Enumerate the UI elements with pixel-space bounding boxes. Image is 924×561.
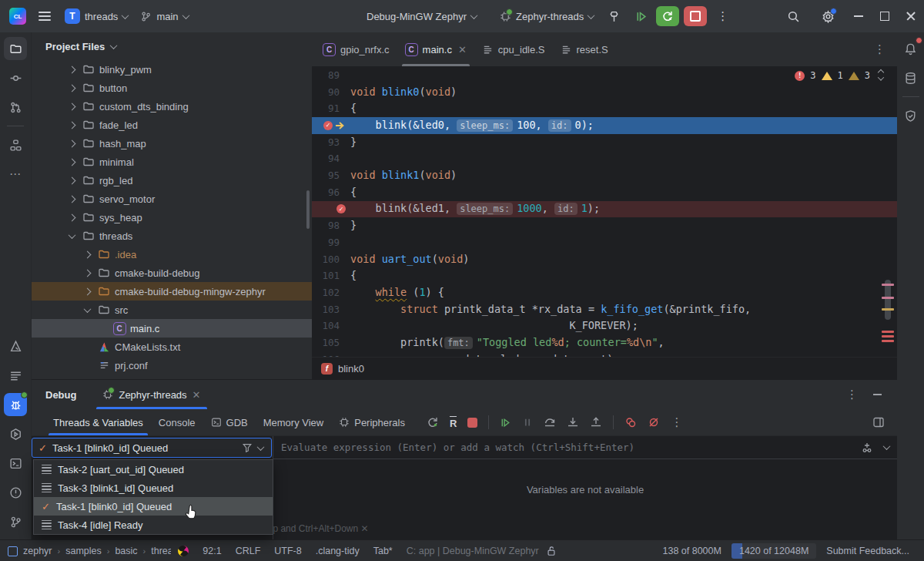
hide-panel-icon[interactable] [873,394,882,395]
tree-item-hash-map[interactable]: hash_map [32,134,312,153]
tree-item-servo-motor[interactable]: servo_motor [32,190,312,208]
debug-resume-icon[interactable] [634,10,648,23]
chevron-right-icon[interactable] [65,197,78,202]
debugger-tab-peripherals[interactable]: Peripherals [331,409,413,435]
chevron-right-icon[interactable] [65,215,78,220]
breadcrumb[interactable]: blink0 [338,363,364,375]
breakpoint-icon[interactable]: ✓ [336,204,346,213]
heap-indicator[interactable]: 138 of 8000M [655,546,728,556]
database-tool-icon[interactable] [899,66,922,89]
resume-icon[interactable] [500,417,511,428]
chevron-right-icon[interactable] [65,123,78,128]
chevron-down-icon[interactable] [883,442,891,450]
chevron-right-icon[interactable] [65,141,78,146]
scroll-mark[interactable] [882,340,894,342]
problems-tool-icon[interactable] [4,481,27,504]
commit-tool-icon[interactable] [4,66,27,89]
stop-icon[interactable] [467,418,477,428]
debug-tool-icon[interactable] [4,393,27,416]
thread-item-task-1-blink0-id-queued[interactable]: ✓Task-1 [blink0_id] Queued [34,497,273,516]
debugger-tab-threads-variables[interactable]: Threads & Variables [45,409,151,435]
minimize-button[interactable] [845,0,872,32]
evaluate-expression-bar[interactable]: Evaluate expression (Enter) or add a wat… [273,436,897,459]
close-icon[interactable]: ✕ [192,389,201,401]
tree-item-minimal[interactable]: minimal [32,153,312,171]
indent-widget[interactable]: Tab* [367,546,400,556]
chevron-right-icon[interactable] [65,67,78,72]
editor-tab-cpu-idle-s[interactable]: cpu_idle.S [474,32,553,66]
breakpoint-icon[interactable]: ✓ [323,121,333,130]
memory-indicator[interactable]: 1420 of 12048M [732,543,816,559]
chevron-right-icon[interactable] [81,270,93,276]
thread-item-task-3-blink1-id-queued[interactable]: Task-3 [blink1_id] Queued [34,479,273,497]
tree-scrollbar[interactable] [306,190,310,229]
rerun-tests-icon[interactable]: R [450,416,457,429]
add-watch-icon[interactable] [861,442,873,454]
caret-position[interactable]: 92:1 [196,546,228,556]
scroll-mark[interactable] [882,284,894,286]
cmake-tool-icon[interactable] [4,334,27,358]
tree-item-src[interactable]: src [32,301,312,319]
chevron-right-icon[interactable] [65,178,78,183]
tree-item-threads[interactable]: threads [32,227,312,245]
code-editor[interactable]: 8990void blink0(void)91{✓ blink(&led0, s… [312,67,897,357]
more-icon[interactable]: ⋮ [671,415,682,429]
close-button[interactable] [898,0,924,32]
view-breakpoints-icon[interactable] [624,416,637,428]
tree-item-idea[interactable]: .idea [32,245,312,264]
file-encoding[interactable]: UTF-8 [267,546,308,556]
chevron-right-icon[interactable] [81,252,93,257]
project-tool-icon[interactable] [4,37,27,60]
status-crumb-zephyr[interactable]: zephyr [23,546,52,556]
tree-item-blinky-pwm[interactable]: blinky_pwm [32,60,312,79]
thread-item-task-4-idle-ready[interactable]: Task-4 [idle] Ready [34,516,273,534]
maximize-button[interactable] [872,0,898,32]
pull-requests-tool-icon[interactable] [4,96,27,119]
more-tools-icon[interactable]: ⋯ [4,163,27,186]
clang-tidy-widget[interactable]: .clang-tidy [309,546,367,556]
debug-session-tab[interactable]: Zephyr-threads ✕ [96,380,206,409]
settings-gear-icon[interactable] [822,10,835,23]
resolve-context[interactable]: C: app | Debug-MinGW Zephyr [400,546,546,556]
pause-icon[interactable] [522,417,533,428]
stop-button[interactable] [684,6,707,26]
debugger-tab-console[interactable]: Console [151,409,203,435]
inspection-nav-icons[interactable] [879,70,883,81]
mute-breakpoints-icon[interactable] [648,416,660,428]
status-breadcrumbs[interactable]: zephyr›samples›basic›threads [0,546,171,556]
build-hammer-icon[interactable] [608,10,621,23]
line-separator[interactable]: CRLF [229,546,268,556]
chevron-right-icon[interactable] [65,104,78,109]
rerun-icon[interactable] [427,416,439,428]
layout-settings-icon[interactable] [872,416,885,428]
chevron-down-icon[interactable] [65,233,78,239]
services-tool-icon[interactable] [4,422,27,445]
gutter-97[interactable]: ✓ [312,204,350,213]
scroll-mark[interactable] [882,331,894,333]
step-into-icon[interactable] [567,416,579,428]
scroll-mark[interactable] [882,297,894,299]
filter-funnel-icon[interactable] [242,442,253,453]
submit-feedback-link[interactable]: Submit Feedback... [819,546,916,556]
step-out-icon[interactable] [590,416,602,428]
chevron-right-icon[interactable] [65,86,78,91]
notifications-bell-icon[interactable] [899,37,922,60]
chevron-down-icon[interactable] [81,307,93,313]
step-over-icon[interactable] [544,416,556,428]
unlocked-padlock-icon[interactable] [546,546,557,556]
tree-item-prj-conf[interactable]: prj.conf [32,356,312,375]
thread-item-task-2-uart-out-id-queued[interactable]: Task-2 [uart_out_id] Queued [34,460,273,479]
vcs-branch-widget[interactable]: main [134,5,194,27]
editor-tab-main-c[interactable]: Cmain.c✕ [397,32,474,66]
scroll-mark[interactable] [882,308,894,311]
debugger-tab-gdb[interactable]: GDB [203,409,256,435]
tree-item-cmake-build-debug[interactable]: cmake-build-debug [32,264,312,282]
structure-tool-icon[interactable] [4,133,27,156]
more-actions-icon[interactable]: ⋮ [717,9,729,23]
status-crumb-basic[interactable]: basic [115,546,137,556]
debugger-tab-memory-view[interactable]: Memory View [256,409,332,435]
tree-item-button[interactable]: button [32,79,312,97]
close-icon[interactable]: ✕ [458,44,467,55]
gutter-92[interactable]: ✓ [312,121,350,130]
project-widget[interactable]: T threads [59,5,134,27]
